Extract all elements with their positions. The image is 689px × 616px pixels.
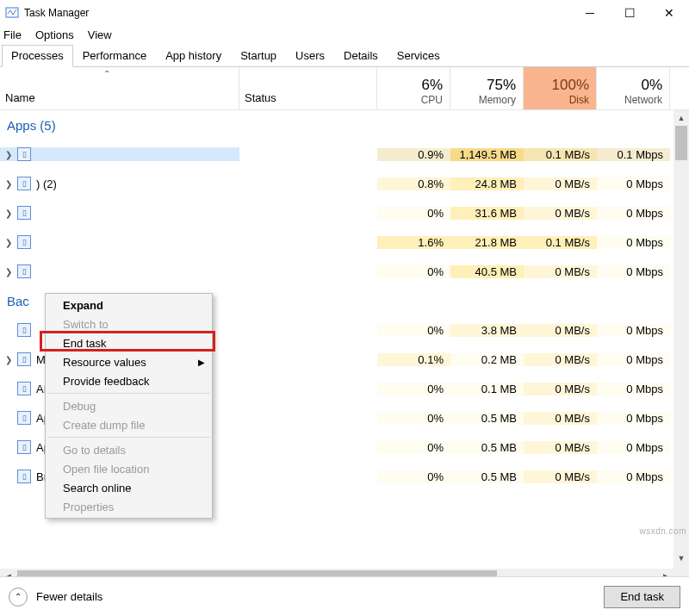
- expand-icon[interactable]: ❯: [5, 208, 16, 218]
- tab-performance[interactable]: Performance: [73, 45, 156, 67]
- context-item-search-online[interactable]: Search online: [46, 478, 212, 497]
- cell-disk: 0.1 MB/s: [524, 148, 597, 161]
- column-memory[interactable]: 75% Memory: [450, 67, 524, 109]
- column-header: ⌃ Name Status 6% CPU 75% Memory 100% Dis…: [0, 67, 689, 110]
- cell-disk: 0.1 MB/s: [524, 236, 597, 249]
- column-status[interactable]: Status: [239, 67, 377, 109]
- cell-memory: 40.5 MB: [450, 265, 524, 278]
- cell-network: 0 Mbps: [597, 324, 670, 337]
- tab-app-history[interactable]: App history: [156, 45, 231, 67]
- cell-network: 0.1 Mbps: [597, 148, 670, 161]
- group-background[interactable]: Bac: [0, 286, 43, 315]
- context-item-provide-feedback[interactable]: Provide feedback: [46, 371, 212, 390]
- cell-cpu: 0%: [377, 265, 450, 278]
- window-title: Task Manager: [24, 7, 89, 19]
- expand-icon[interactable]: ❯: [5, 179, 16, 189]
- cell-cpu: 0%: [377, 412, 450, 425]
- expand-icon[interactable]: ❯: [5, 238, 16, 247]
- process-icon: ▯: [17, 147, 31, 161]
- minimize-button[interactable]: ─: [570, 0, 610, 26]
- process-row[interactable]: ❯ ▯ 0% 31.6 MB 0 MB/s 0 Mbps: [0, 198, 673, 227]
- cell-memory: 24.8 MB: [450, 177, 524, 190]
- context-item-create-dump-file: Create dump file: [46, 415, 212, 434]
- end-task-button[interactable]: End task: [604, 586, 680, 608]
- tab-users[interactable]: Users: [286, 45, 334, 67]
- tab-details[interactable]: Details: [334, 45, 388, 67]
- title-bar: Task Manager ─ ☐ ✕: [0, 0, 689, 26]
- menu-file[interactable]: File: [3, 28, 22, 41]
- cell-memory: 31.6 MB: [450, 207, 524, 220]
- context-menu: ExpandSwitch toEnd taskResource values▶P…: [45, 293, 213, 519]
- chevron-up-icon[interactable]: ⌃: [9, 588, 28, 607]
- cpu-usage-pct: 6%: [421, 77, 443, 94]
- cell-disk: 0 MB/s: [524, 177, 597, 190]
- maximize-button[interactable]: ☐: [610, 0, 649, 26]
- context-item-go-to-details: Go to details: [46, 440, 212, 459]
- process-icon: ▯: [17, 352, 31, 366]
- menu-options[interactable]: Options: [35, 28, 74, 41]
- scroll-down-icon[interactable]: ▼: [673, 551, 689, 566]
- sort-indicator-icon: ⌃: [103, 69, 110, 78]
- cell-memory: 0.5 MB: [450, 470, 524, 483]
- column-name-label: Name: [5, 91, 233, 104]
- process-icon: ▯: [17, 264, 31, 278]
- context-item-switch-to: Switch to: [46, 314, 212, 333]
- cell-disk: 0 MB/s: [524, 265, 597, 278]
- memory-usage-pct: 75%: [487, 77, 516, 94]
- process-icon: ▯: [17, 470, 31, 483]
- scroll-up-icon[interactable]: ▲: [673, 110, 689, 126]
- process-row[interactable]: ❯ ▯ ) (2) 0.8% 24.8 MB 0 MB/s 0 Mbps: [0, 169, 673, 198]
- column-disk[interactable]: 100% Disk: [524, 67, 597, 109]
- vertical-scrollbar[interactable]: ▲ ▼: [673, 110, 689, 584]
- process-name: ) (2): [36, 177, 57, 190]
- expand-icon[interactable]: ❯: [5, 355, 16, 364]
- cell-memory: 1,149.5 MB: [450, 148, 524, 161]
- cell-disk: 0 MB/s: [524, 470, 597, 483]
- cell-disk: 0 MB/s: [524, 324, 597, 337]
- column-name[interactable]: ⌃ Name: [0, 67, 239, 109]
- cell-disk: 0 MB/s: [524, 207, 597, 220]
- context-separator: [47, 437, 210, 438]
- tab-processes[interactable]: Processes: [2, 45, 73, 67]
- cell-cpu: 0%: [377, 470, 450, 483]
- cell-network: 0 Mbps: [597, 207, 670, 220]
- context-item-expand[interactable]: Expand: [46, 296, 212, 314]
- process-icon: ▯: [17, 411, 31, 425]
- process-row[interactable]: ❯ ▯ 0% 40.5 MB 0 MB/s 0 Mbps: [0, 257, 673, 286]
- close-button[interactable]: ✕: [649, 0, 689, 26]
- cell-cpu: 0%: [377, 207, 450, 220]
- tab-bar: Processes Performance App history Startu…: [0, 43, 689, 67]
- cell-disk: 0 MB/s: [524, 412, 597, 425]
- cell-disk: 0 MB/s: [524, 441, 597, 454]
- process-row[interactable]: ❯ ▯ 0.9% 1,149.5 MB 0.1 MB/s 0.1 Mbps: [0, 140, 673, 169]
- cell-memory: 0.5 MB: [450, 412, 524, 425]
- context-item-open-file-location: Open file location: [46, 459, 212, 478]
- expand-icon[interactable]: ❯: [5, 267, 16, 277]
- context-item-resource-values[interactable]: Resource values▶: [46, 352, 212, 371]
- process-row[interactable]: ❯ ▯ 1.6% 21.8 MB 0.1 MB/s 0 Mbps: [0, 227, 673, 257]
- expand-icon[interactable]: ❯: [5, 150, 16, 159]
- tab-startup[interactable]: Startup: [231, 45, 286, 67]
- cell-network: 0 Mbps: [597, 236, 670, 249]
- cell-cpu: 0.9%: [377, 148, 450, 161]
- context-item-end-task[interactable]: End task: [46, 333, 212, 352]
- cell-disk: 0 MB/s: [524, 353, 597, 366]
- fewer-details-link[interactable]: Fewer details: [36, 590, 102, 603]
- column-cpu[interactable]: 6% CPU: [377, 67, 450, 109]
- network-usage-pct: 0%: [641, 77, 662, 94]
- cell-network: 0 Mbps: [597, 177, 670, 190]
- cell-cpu: 0%: [377, 441, 450, 454]
- cell-memory: 0.1 MB: [450, 383, 524, 395]
- cell-cpu: 0%: [377, 324, 450, 337]
- scroll-thumb[interactable]: [675, 126, 687, 160]
- cell-cpu: 0.8%: [377, 177, 450, 190]
- cell-network: 0 Mbps: [597, 441, 670, 454]
- column-network[interactable]: 0% Network: [597, 67, 670, 109]
- process-icon: ▯: [17, 382, 31, 395]
- process-icon: ▯: [17, 177, 31, 190]
- tab-services[interactable]: Services: [388, 45, 450, 67]
- menu-bar: File Options View: [0, 26, 689, 43]
- menu-view[interactable]: View: [88, 28, 112, 41]
- group-apps[interactable]: Apps (5): [0, 110, 673, 140]
- cell-network: 0 Mbps: [597, 470, 670, 483]
